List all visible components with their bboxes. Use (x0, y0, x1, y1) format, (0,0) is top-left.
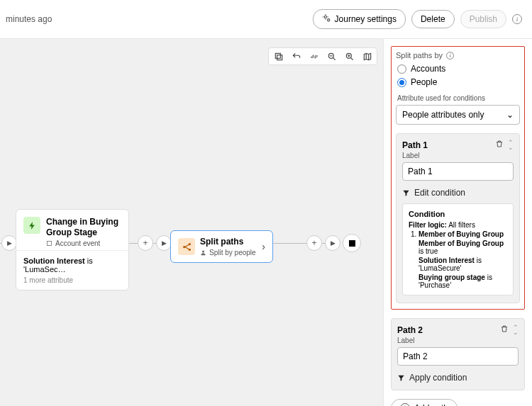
node-account-event[interactable]: Change in Buying Group Stage Account eve… (16, 209, 129, 291)
node-split-paths[interactable]: Split paths Split by people › (170, 230, 273, 263)
node-more-link[interactable]: 1 more attribute (23, 276, 121, 284)
plus-icon: + (400, 403, 410, 406)
condition-summary: Condition Filter logic: All filters Memb… (402, 203, 514, 295)
attribute-label: Attribute used for conditions (397, 94, 520, 102)
node-title: Change in Buying Group Stage (46, 217, 121, 238)
apply-condition-button[interactable]: Apply condition (397, 373, 519, 383)
path-block-1: Path 1 ⌃⌄ Label Edit condition Condition… (396, 133, 520, 303)
lightning-icon (23, 217, 40, 234)
split-panel: Split paths by i Accounts People Attribu… (383, 39, 532, 406)
info-icon[interactable]: i (512, 14, 522, 24)
add-path-button[interactable]: + Add path (391, 399, 458, 406)
node-detail: Solution Interest is 'LumaSec… (23, 256, 121, 274)
arrow-right-icon: ▶ (331, 239, 336, 247)
path-block-2: Path 2 ⌃⌄ Label Apply condition (391, 318, 525, 390)
svg-line-8 (350, 57, 353, 60)
split-icon (178, 238, 195, 255)
canvas-toolbar (268, 47, 377, 65)
label-caption: Label (397, 337, 519, 344)
last-saved-label: minutes ago (6, 14, 52, 24)
add-node-button[interactable]: + (138, 235, 153, 251)
journey-canvas[interactable]: ▶ + ▶ + ▶ Change in Buying Group Stage A… (0, 39, 383, 406)
attribute-select[interactable]: People attributes only ⌄ (396, 105, 520, 125)
zoom-out-icon[interactable] (326, 51, 337, 62)
svg-line-5 (333, 57, 335, 60)
person-icon (200, 249, 206, 256)
radio-icon (397, 78, 406, 87)
info-icon[interactable]: i (446, 52, 454, 60)
publish-button[interactable]: Publish (460, 10, 506, 28)
reorder-arrows[interactable]: ⌃⌄ (508, 140, 514, 150)
edit-condition-button[interactable]: Edit condition (402, 188, 514, 198)
svg-point-0 (324, 16, 326, 18)
building-icon (46, 240, 52, 247)
undo-icon[interactable] (291, 51, 301, 62)
journey-settings-button[interactable]: Journey settings (313, 9, 406, 29)
svg-point-17 (202, 251, 204, 253)
radio-people[interactable]: People (397, 77, 519, 87)
path-label-input[interactable] (402, 162, 514, 181)
node-subtitle: Account event (46, 239, 121, 247)
chevron-down-icon: ⌄ (506, 110, 514, 120)
path-title: Path 2 (397, 325, 423, 335)
gear-icon (322, 13, 331, 25)
trash-icon[interactable] (495, 140, 504, 150)
chevron-right-icon: › (262, 241, 265, 252)
svg-rect-11 (48, 242, 52, 246)
add-node-button[interactable]: + (306, 235, 322, 251)
radio-accounts[interactable]: Accounts (397, 64, 519, 74)
node-subtitle: Split by people (200, 249, 257, 256)
node-title: Split paths (200, 237, 257, 247)
svg-point-1 (327, 19, 329, 21)
highlighted-section: Split paths by i Accounts People Attribu… (391, 46, 525, 310)
collapse-icon[interactable] (309, 51, 319, 62)
svg-rect-3 (275, 53, 280, 58)
svg-point-14 (183, 246, 184, 247)
svg-point-15 (189, 243, 190, 244)
arrow-right-icon: ▶ (162, 239, 167, 247)
end-node[interactable] (343, 234, 361, 252)
filter-icon (402, 189, 410, 197)
svg-point-16 (189, 249, 190, 250)
radio-icon (397, 64, 406, 74)
top-actions: Journey settings Delete Publish i (313, 9, 522, 29)
filter-icon (397, 374, 405, 382)
path-title: Path 1 (402, 140, 428, 150)
path-label-input[interactable] (397, 347, 519, 366)
map-icon[interactable] (362, 51, 372, 62)
arrow-right-icon: ▶ (7, 239, 12, 247)
trash-icon[interactable] (500, 325, 509, 335)
reorder-arrows[interactable]: ⌃⌄ (513, 325, 519, 334)
split-by-label: Split paths by i (396, 51, 520, 60)
top-bar: minutes ago Journey settings Delete Publ… (0, 0, 532, 39)
label-caption: Label (402, 152, 514, 159)
journey-settings-label: Journey settings (335, 14, 397, 24)
delete-button[interactable]: Delete (411, 10, 455, 28)
copy-icon[interactable] (273, 51, 284, 62)
zoom-in-icon[interactable] (344, 51, 355, 62)
svg-rect-2 (277, 55, 282, 60)
